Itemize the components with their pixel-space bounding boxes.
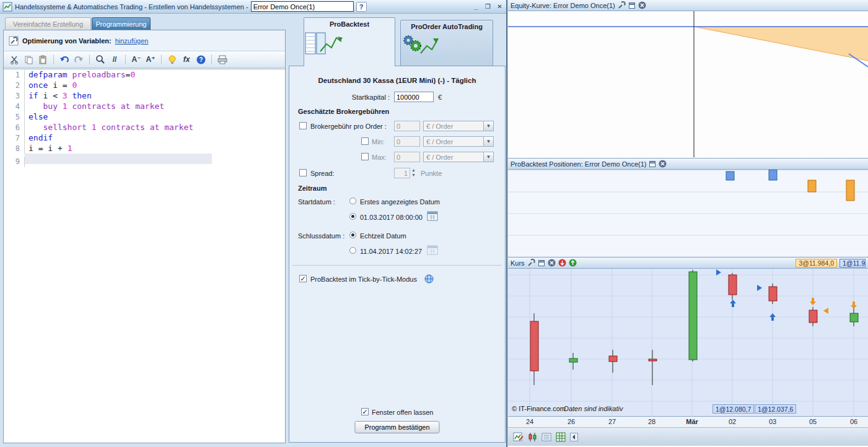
positions-panel-header[interactable]: ProBacktest Positionen: Error Demo Once(… [508, 158, 868, 170]
candle[interactable] [609, 356, 617, 362]
print-icon[interactable] [216, 53, 229, 66]
positions-chart[interactable] [508, 170, 868, 258]
code-line[interactable]: 7endif [4, 132, 285, 143]
font-increase-icon[interactable]: A⁺ [144, 53, 157, 66]
position-bar[interactable] [846, 180, 854, 201]
system-name-input[interactable] [251, 1, 354, 12]
position-price-badge: 3@11.984,0 [796, 259, 837, 267]
tab-programmierung[interactable]: Programmierung [92, 17, 151, 30]
data-table-icon[interactable] [556, 432, 566, 442]
time-axis-label: 27 [608, 418, 616, 425]
start-fixed-date-radio[interactable] [349, 213, 356, 220]
start-first-date-radio[interactable] [349, 197, 356, 204]
candle[interactable] [649, 359, 657, 361]
paste-icon[interactable] [37, 53, 49, 66]
line-number: 5 [4, 112, 25, 123]
window-titlebar[interactable]: Handelssysteme & Automatisches Trading -… [0, 0, 506, 14]
candle[interactable] [809, 310, 817, 323]
copy-icon[interactable] [22, 53, 35, 66]
tab-vereinfachte-erstellung[interactable]: Vereinfachte Erstellung [5, 17, 91, 30]
code-line[interactable]: 9 [4, 154, 285, 164]
startkapital-label: Startkapital : [289, 92, 390, 103]
comment-icon[interactable]: // [108, 53, 121, 66]
start-date-calendar-icon[interactable] [427, 210, 438, 221]
line-number: 4 [4, 102, 25, 112]
restore-window-icon[interactable] [538, 259, 545, 267]
spread-checkbox[interactable] [299, 169, 307, 176]
candle[interactable] [769, 287, 777, 301]
buy-arrow-icon[interactable] [569, 259, 577, 267]
line-number: 8 [4, 144, 25, 154]
chart-edit-icon[interactable] [513, 432, 524, 442]
code-line[interactable]: 5else [4, 111, 285, 122]
function-icon[interactable]: fx [180, 53, 193, 66]
startkapital-input[interactable] [394, 92, 434, 102]
close-button[interactable]: ✕ [496, 3, 504, 10]
line-number: 3 [4, 91, 25, 102]
candle[interactable] [530, 321, 538, 371]
code-line[interactable]: 4 buy 1 contracts at market [4, 101, 285, 111]
candle[interactable] [850, 313, 858, 322]
hint-bulb-icon[interactable] [166, 53, 178, 66]
kurs-panel-header[interactable]: Kurs 3@11.984,0 1@11.955, [508, 258, 868, 269]
sell-arrow-icon[interactable] [558, 259, 566, 267]
order-marker-icon [757, 285, 762, 291]
undo-icon[interactable] [58, 53, 71, 66]
tab-probacktest[interactable]: ProBacktest [304, 17, 395, 66]
tick-mode-checkbox[interactable]: ✓ [299, 275, 307, 282]
redo-icon[interactable] [72, 53, 85, 66]
close-panel-icon[interactable] [638, 1, 646, 9]
short-entry-arrow-icon [810, 298, 816, 305]
code-editor[interactable]: 1defparam preloadbars=02once i = 03if i … [4, 69, 285, 443]
add-variable-link[interactable]: hinzufügen [115, 37, 149, 45]
broker-fee-checkbox[interactable] [299, 122, 307, 129]
minimize-button[interactable]: _ [472, 3, 480, 10]
help-icon[interactable]: ? [356, 2, 367, 12]
code-line[interactable]: 2once i = 0 [4, 80, 285, 90]
code-line[interactable]: 8i = i + 1 [4, 143, 285, 154]
restore-window-icon[interactable] [649, 160, 656, 168]
candle[interactable] [689, 272, 697, 360]
settings-wrench-icon[interactable] [527, 259, 535, 267]
max-fee-unit-dropdown: € / Order ▼ [423, 152, 494, 162]
tab-proorder-autotrading[interactable]: ProOrder AutoTrading [400, 20, 493, 66]
editor-toolbar: // A⁻ A⁺ fx ? [4, 51, 285, 68]
position-bar[interactable] [726, 171, 734, 180]
cut-icon[interactable] [8, 53, 20, 66]
candle[interactable] [729, 275, 737, 295]
code-line[interactable]: 3if i < 3 then [4, 90, 285, 101]
currency-label: € [438, 92, 442, 103]
candle[interactable] [569, 358, 577, 362]
spread-label: Spread: [310, 168, 335, 179]
code-line[interactable]: 6 sellshort 1 contracts at market [4, 122, 285, 132]
equity-chart[interactable] [508, 11, 868, 157]
close-panel-icon[interactable] [548, 259, 556, 267]
search-icon[interactable] [94, 53, 107, 66]
time-axis-label: 02 [729, 418, 736, 425]
end-realtime-radio[interactable] [349, 232, 356, 238]
end-date-calendar-icon [427, 245, 438, 255]
keep-window-open-checkbox[interactable]: ✓ [361, 408, 369, 415]
startdatum-label: Startdatum : [298, 196, 335, 207]
end-fixed-date-radio[interactable] [349, 247, 356, 254]
max-fee-checkbox[interactable] [361, 153, 369, 160]
order-marker-icon [823, 308, 828, 314]
close-panel-icon[interactable] [659, 160, 667, 168]
position-bar[interactable] [769, 170, 777, 180]
candlestick-style-icon[interactable] [527, 432, 538, 442]
code-line[interactable]: 1defparam preloadbars=0 [4, 69, 285, 80]
font-decrease-icon[interactable]: A⁻ [130, 53, 142, 66]
settings-wrench-icon[interactable] [618, 1, 626, 9]
min-fee-checkbox[interactable] [361, 137, 369, 145]
equity-panel-header[interactable]: Equity-Kurve: Error Demo Once(1) [508, 0, 868, 11]
confirm-program-button[interactable]: Programm bestätigen [354, 421, 439, 433]
svg-text:?: ? [199, 56, 203, 63]
editor-help-icon[interactable]: ? [195, 53, 207, 66]
position-bar[interactable] [808, 180, 816, 192]
scroll-left-button[interactable] [570, 433, 578, 441]
maximize-button[interactable]: ❒ [484, 3, 492, 10]
kurs-chart[interactable]: 1@12.080,71@12.037,6 © IT-Finance.com Da… [508, 269, 868, 417]
restore-window-icon[interactable] [628, 2, 636, 9]
time-axis-label: 03 [769, 418, 776, 425]
indicator-list-icon[interactable] [541, 432, 552, 442]
